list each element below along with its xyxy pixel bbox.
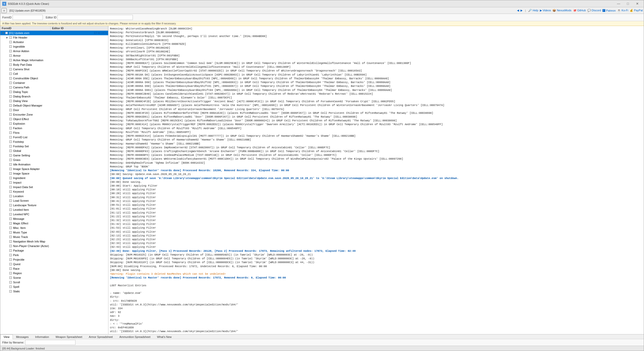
tree-item[interactable]: Projectile — [0, 257, 108, 262]
tree-expand-icon[interactable] — [5, 290, 9, 293]
tree-item[interactable]: Armor — [0, 53, 108, 58]
tree-expand-icon[interactable] — [5, 72, 9, 76]
editor-id-input[interactable] — [57, 15, 133, 20]
nav-patreon[interactable]: 🅿 Patreon — [602, 9, 616, 12]
tree-item[interactable]: Package — [0, 248, 108, 253]
tree-expand-icon[interactable] — [5, 172, 9, 175]
tree-item[interactable]: Location — [0, 194, 108, 198]
tree-expand-icon[interactable] — [5, 135, 9, 139]
tree-item[interactable]: Load Screen — [0, 198, 108, 203]
tree-item[interactable]: Footstep Set — [0, 144, 108, 149]
maximize-button[interactable]: □ — [623, 1, 632, 7]
tree-item[interactable]: Scene — [0, 275, 108, 280]
tree-expand-icon[interactable] — [5, 126, 9, 130]
nav-github[interactable]: 🐙 GitHub — [573, 9, 586, 12]
tree-item[interactable]: Container — [0, 81, 108, 85]
tree-expand-icon[interactable] — [5, 81, 9, 85]
tree-expand-icon[interactable]: ▼ — [1, 31, 5, 35]
tree-expand-icon[interactable] — [5, 90, 9, 94]
tree-item[interactable]: Music Track — [0, 235, 108, 239]
tree-item[interactable]: Static — [0, 289, 108, 294]
tree-item[interactable]: Door — [0, 108, 108, 112]
tree-expand-icon[interactable] — [5, 213, 9, 216]
tree-expand-icon[interactable] — [5, 222, 9, 225]
tree-expand-icon[interactable] — [5, 140, 9, 144]
tree-expand-icon[interactable] — [5, 122, 9, 125]
tab-information[interactable]: Information — [32, 334, 52, 339]
tree-expand-icon[interactable] — [5, 104, 9, 107]
tree-item[interactable]: Music Type — [0, 230, 108, 235]
minimize-button[interactable]: — — [614, 1, 623, 7]
tree-expand-icon[interactable] — [5, 54, 9, 57]
nav-videos[interactable]: ▶ Videos — [540, 9, 551, 12]
tree-item[interactable]: Faction — [0, 126, 108, 130]
tree-item[interactable]: Quest — [0, 262, 108, 266]
tree-item[interactable]: Message — [0, 217, 108, 221]
tree-item[interactable]: FormID List — [0, 135, 108, 139]
tree-expand-icon[interactable] — [5, 190, 9, 193]
tree-expand-icon[interactable] — [5, 113, 9, 116]
tree-expand-icon[interactable] — [5, 167, 9, 171]
tree-expand-icon[interactable] — [5, 77, 9, 80]
tree-expand-icon[interactable] — [5, 58, 9, 62]
tree-item[interactable]: Leveled Item — [0, 207, 108, 212]
nav-prev[interactable]: ◀ — [517, 9, 519, 12]
tree-item[interactable]: Landscape Texture — [0, 203, 108, 207]
nav-next[interactable]: ▶ — [520, 9, 522, 12]
tree-expand-icon[interactable] — [5, 249, 9, 252]
tree-item[interactable]: Leveled NPC — [0, 212, 108, 217]
form-id-input[interactable] — [13, 15, 43, 20]
tree-item[interactable]: Global — [0, 149, 108, 153]
tree-item[interactable]: Perk — [0, 253, 108, 257]
tree-item[interactable]: ▼[01] Update.esmEF4618D9 — [0, 31, 108, 35]
tree-expand-icon[interactable] — [5, 86, 9, 89]
filter-input[interactable] — [25, 340, 75, 345]
tree-expand-icon[interactable] — [5, 280, 9, 284]
tab-armor-spreadsheet[interactable]: Armor Spreadsheet — [86, 334, 116, 339]
tree-expand-icon[interactable] — [5, 231, 9, 234]
tree-expand-icon[interactable] — [5, 226, 9, 230]
tree-expand-icon[interactable] — [5, 67, 9, 71]
tree-expand-icon[interactable] — [5, 163, 9, 166]
tree-item[interactable]: Image Space Adapter — [0, 167, 108, 171]
close-button[interactable]: ✕ — [633, 1, 642, 7]
tree-expand-icon[interactable] — [5, 217, 9, 221]
tree-item[interactable]: Explosion — [0, 121, 108, 126]
tree-expand-icon[interactable] — [5, 258, 9, 261]
tree-expand-icon[interactable] — [5, 158, 9, 162]
tree-item[interactable]: Encounter Zone — [0, 112, 108, 117]
tree-expand-icon[interactable] — [5, 131, 9, 134]
tree-item[interactable]: Dialog View — [0, 99, 108, 103]
tree-item[interactable]: Ingestible — [0, 44, 108, 49]
tree-item[interactable]: Active Magic Information — [0, 58, 108, 62]
tree-item[interactable]: Misc. Item — [0, 226, 108, 230]
tree-expand-icon[interactable] — [5, 99, 9, 103]
tree-expand-icon[interactable] — [5, 176, 9, 180]
tree-expand-icon[interactable] — [5, 199, 9, 202]
tree-item[interactable]: Non-Player Character (Actor) — [0, 244, 108, 248]
tree-item[interactable]: Activator — [0, 40, 108, 44]
tree-item[interactable]: Flora — [0, 130, 108, 135]
tree-expand-icon[interactable] — [5, 240, 9, 243]
tab-what's-new[interactable]: What's New — [154, 334, 175, 339]
tree-expand-icon[interactable] — [5, 117, 9, 121]
tree-item[interactable]: Default Object Manager — [0, 103, 108, 108]
tree-item[interactable]: ▶File Header — [0, 35, 108, 40]
tree-expand-icon[interactable] — [5, 244, 9, 248]
tree-item[interactable]: Race — [0, 266, 108, 271]
tree-expand-icon[interactable]: ▶ — [5, 36, 9, 39]
tree-expand-icon[interactable] — [5, 203, 9, 207]
tab-weapon-spreadsheet[interactable]: Weapon Spreadsheet — [52, 334, 86, 339]
tree-item[interactable]: Impact — [0, 180, 108, 185]
tree-item[interactable]: Scroll — [0, 280, 108, 285]
tree-expand-icon[interactable] — [5, 49, 9, 53]
tree-item[interactable]: Impact Data Set — [0, 185, 108, 189]
tree-expand-icon[interactable] — [5, 154, 9, 157]
tree-expand-icon[interactable] — [5, 185, 9, 189]
tree-item[interactable]: Magic Effect — [0, 221, 108, 226]
tree-item[interactable]: Footstep — [0, 139, 108, 144]
tree-expand-icon[interactable] — [5, 95, 9, 98]
tree-container[interactable]: ▼[01] Update.esmEF4618D9▶File HeaderActi… — [0, 31, 108, 334]
tab-messages[interactable]: Messages — [13, 334, 32, 339]
tree-expand-icon[interactable] — [5, 267, 9, 270]
